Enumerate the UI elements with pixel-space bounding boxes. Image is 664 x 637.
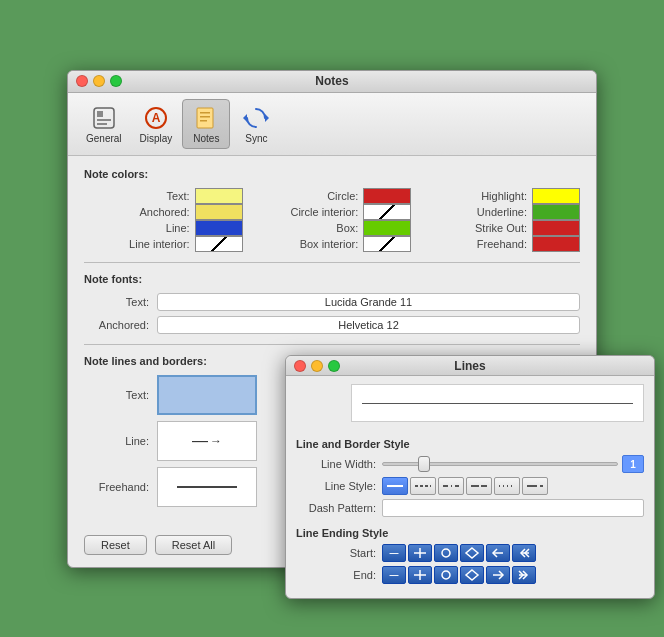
end-btn-2[interactable] bbox=[408, 566, 432, 584]
svg-marker-21 bbox=[466, 548, 478, 558]
end-btn-4[interactable] bbox=[460, 566, 484, 584]
start-label: Start: bbox=[296, 547, 376, 559]
line-style-buttons bbox=[382, 477, 548, 495]
end-btn-5[interactable] bbox=[486, 566, 510, 584]
line-style-dashed1[interactable] bbox=[410, 477, 436, 495]
sync-label: Sync bbox=[245, 133, 267, 144]
start-btn-3[interactable] bbox=[434, 544, 458, 562]
close-button[interactable] bbox=[76, 75, 88, 87]
font-field-text[interactable]: Lucida Grande 11 bbox=[157, 293, 580, 311]
color-swatch-highlight[interactable] bbox=[532, 188, 580, 204]
color-swatch-freehand[interactable] bbox=[532, 236, 580, 252]
end-btn-6[interactable] bbox=[512, 566, 536, 584]
sync-icon bbox=[242, 104, 270, 132]
color-row-anchored: Anchored: bbox=[84, 204, 243, 220]
color-row-underline: Underline: bbox=[421, 204, 580, 220]
lines-preview-box bbox=[351, 384, 644, 422]
toolbar-general[interactable]: General bbox=[78, 100, 130, 148]
color-swatch-strikeout[interactable] bbox=[532, 220, 580, 236]
font-label-anchored: Anchored: bbox=[84, 319, 149, 331]
lines-maximize-button[interactable] bbox=[328, 360, 340, 372]
note-fonts-section: Note fonts: Text: Lucida Grande 11 Ancho… bbox=[84, 273, 580, 334]
lines-window-title: Lines bbox=[454, 359, 485, 373]
line-preview-freehand[interactable] bbox=[157, 467, 257, 507]
svg-rect-1 bbox=[97, 111, 103, 117]
line-border-style-title: Line and Border Style bbox=[296, 438, 644, 450]
notes-label: Notes bbox=[193, 133, 219, 144]
toolbar-notes[interactable]: Notes bbox=[182, 99, 230, 149]
line-style-dotted1[interactable] bbox=[466, 477, 492, 495]
svg-point-20 bbox=[442, 549, 450, 557]
display-label: Display bbox=[140, 133, 173, 144]
color-label-box-interior: Box interior: bbox=[300, 238, 359, 250]
end-row: End: — bbox=[296, 566, 644, 584]
start-btn-4[interactable] bbox=[460, 544, 484, 562]
color-label-circle-interior: Circle interior: bbox=[290, 206, 358, 218]
general-label: General bbox=[86, 133, 122, 144]
color-row-strikeout: Strike Out: bbox=[421, 220, 580, 236]
line-style-longdash[interactable] bbox=[522, 477, 548, 495]
note-colors-title: Note colors: bbox=[84, 168, 580, 180]
start-btn-6[interactable] bbox=[512, 544, 536, 562]
lines-window: Lines Line and Border Style Line Width: … bbox=[285, 355, 655, 599]
lines-minimize-button[interactable] bbox=[311, 360, 323, 372]
svg-rect-2 bbox=[97, 119, 111, 121]
dash-pattern-label: Dash Pattern: bbox=[296, 502, 376, 514]
color-swatch-box[interactable] bbox=[363, 220, 411, 236]
color-col-3: Highlight: Underline: Strike Out: Freeha… bbox=[421, 188, 580, 252]
color-swatch-text[interactable] bbox=[195, 188, 243, 204]
line-width-slider[interactable] bbox=[382, 462, 618, 466]
maximize-button[interactable] bbox=[110, 75, 122, 87]
svg-rect-6 bbox=[197, 108, 213, 128]
color-row-circle: Circle: bbox=[253, 188, 412, 204]
color-swatch-box-interior[interactable] bbox=[363, 236, 411, 252]
color-row-text: Text: bbox=[84, 188, 243, 204]
line-style-solid[interactable] bbox=[382, 477, 408, 495]
line-arrow-indicator: —→ bbox=[192, 432, 222, 450]
window-title: Notes bbox=[315, 74, 348, 88]
svg-text:A: A bbox=[152, 111, 161, 125]
line-style-dashed2[interactable] bbox=[438, 477, 464, 495]
dash-pattern-input[interactable] bbox=[382, 499, 644, 517]
font-row-text: Text: Lucida Grande 11 bbox=[84, 293, 580, 311]
color-col-1: Text: Anchored: Line: Line interior: bbox=[84, 188, 243, 252]
line-style-label: Line Style: bbox=[296, 480, 376, 492]
slider-thumb[interactable] bbox=[418, 456, 430, 472]
font-field-anchored[interactable]: Helvetica 12 bbox=[157, 316, 580, 334]
display-icon: A bbox=[142, 104, 170, 132]
note-fonts-title: Note fonts: bbox=[84, 273, 580, 285]
line-ending-style-title: Line Ending Style bbox=[296, 527, 644, 539]
lines-close-button[interactable] bbox=[294, 360, 306, 372]
color-swatch-circle-interior[interactable] bbox=[363, 204, 411, 220]
color-grid: Text: Anchored: Line: Line interior: bbox=[84, 188, 580, 252]
lines-title-bar: Lines bbox=[286, 356, 654, 376]
traffic-lights bbox=[76, 75, 122, 87]
color-label-line: Line: bbox=[166, 222, 190, 234]
toolbar-sync[interactable]: Sync bbox=[232, 100, 280, 148]
dash-pattern-row: Dash Pattern: bbox=[296, 499, 644, 517]
color-label-circle: Circle: bbox=[327, 190, 358, 202]
reset-all-button[interactable]: Reset All bbox=[155, 535, 232, 555]
line-preview-line[interactable]: —→ bbox=[157, 421, 257, 461]
minimize-button[interactable] bbox=[93, 75, 105, 87]
start-btn-2[interactable] bbox=[408, 544, 432, 562]
line-style-dotted2[interactable] bbox=[494, 477, 520, 495]
color-swatch-underline[interactable] bbox=[532, 204, 580, 220]
svg-marker-11 bbox=[243, 114, 247, 122]
line-width-value[interactable]: 1 bbox=[622, 455, 644, 473]
color-swatch-circle[interactable] bbox=[363, 188, 411, 204]
lines-preview-row bbox=[296, 384, 644, 430]
end-btn-3[interactable] bbox=[434, 566, 458, 584]
start-btn-1[interactable]: — bbox=[382, 544, 406, 562]
line-preview-text[interactable] bbox=[157, 375, 257, 415]
toolbar-display[interactable]: A Display bbox=[132, 100, 181, 148]
color-swatch-line-interior[interactable] bbox=[195, 236, 243, 252]
end-btn-1[interactable]: — bbox=[382, 566, 406, 584]
color-label-line-interior: Line interior: bbox=[129, 238, 190, 250]
color-label-freehand: Freehand: bbox=[477, 238, 527, 250]
color-swatch-line[interactable] bbox=[195, 220, 243, 236]
line-width-row: Line Width: 1 bbox=[296, 455, 644, 473]
start-btn-5[interactable] bbox=[486, 544, 510, 562]
color-swatch-anchored[interactable] bbox=[195, 204, 243, 220]
reset-button[interactable]: Reset bbox=[84, 535, 147, 555]
